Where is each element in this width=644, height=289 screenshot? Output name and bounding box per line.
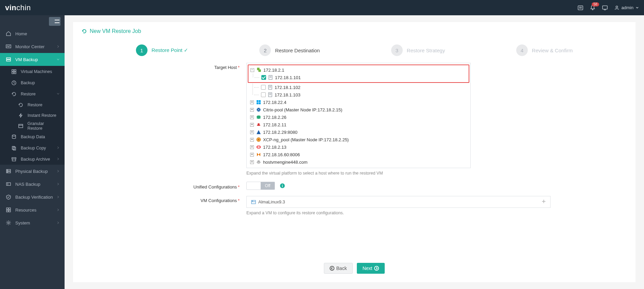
svg-rect-9	[6, 60, 11, 61]
huawei-icon	[256, 114, 261, 120]
tree-expand-icon[interactable]: +	[250, 145, 254, 149]
tree-node-citrix[interactable]: + Citrix-pool (Master Node IP:172.18.2.1…	[249, 106, 468, 113]
tree-node-oracle[interactable]: + 172.18.2.13	[249, 143, 468, 151]
sidebar-item-nas-backup[interactable]: NAS Backup	[0, 178, 65, 191]
next-button[interactable]: Next	[357, 263, 385, 274]
highlighted-selection: − 172.18.2.1 172.18.1.101	[248, 65, 469, 83]
svg-rect-8	[6, 58, 11, 59]
list-icon[interactable]	[577, 5, 584, 11]
host-icon	[267, 92, 273, 97]
main: New VM Restore Job 1 Restore Point ✓ 2 R…	[65, 15, 644, 289]
step-review-confirm[interactable]: 4 Review & Confirm	[516, 44, 573, 56]
user-name: admin	[622, 5, 633, 10]
xcpng-icon	[256, 137, 261, 142]
user-menu[interactable]: admin	[614, 5, 639, 11]
nas-backup-icon	[6, 181, 12, 187]
tree-node-proxmox[interactable]: + 172.18.16.60:8006	[249, 151, 468, 158]
vm-config-row[interactable]: AlmaLinux9.3	[246, 196, 551, 208]
home-icon	[6, 31, 12, 36]
tree-node-windows[interactable]: + 172.18.22.4	[249, 98, 468, 106]
sidebar-item-backup-verification[interactable]: Backup Verification	[0, 191, 65, 203]
sidebar-item-resources[interactable]: Resources	[0, 203, 65, 216]
tree-expand-icon[interactable]: +	[250, 108, 254, 112]
bell-icon[interactable]: 58	[590, 5, 596, 11]
panel: New VM Restore Job 1 Restore Point ✓ 2 R…	[73, 22, 636, 282]
tree-expand-icon[interactable]: +	[250, 123, 254, 127]
tree-node-ovirt[interactable]: + hostvmengine448.com	[249, 158, 468, 166]
sidebar-sub-backup[interactable]: Backup	[0, 77, 65, 88]
label-target-host: Target Host*	[158, 63, 246, 70]
sidebar-item-home[interactable]: Home	[0, 27, 65, 40]
tree-node-redhat[interactable]: + 172.18.2.11	[249, 121, 468, 128]
sidebar-item-vm-backup[interactable]: VM Backup	[0, 53, 65, 66]
tree-expand-icon[interactable]: +	[250, 101, 254, 104]
tree-node-huawei[interactable]: + 172.18.2.26	[249, 113, 468, 121]
sidebar-toggle[interactable]	[0, 15, 65, 27]
sidebar-sub2-granular-restore[interactable]: Granular Restore	[0, 121, 65, 131]
sidebar-item-label: Backup Copy	[21, 146, 46, 150]
svg-rect-31	[9, 210, 11, 212]
gear-icon	[6, 220, 12, 225]
host-icon	[268, 75, 273, 80]
tree-node-azure[interactable]: + 172.18.2.29:8080	[249, 128, 468, 136]
sidebar-item-label: Physical Backup	[15, 169, 48, 174]
svg-point-3	[592, 9, 593, 10]
checkbox-checked[interactable]	[261, 75, 266, 80]
info-icon[interactable]: i	[280, 183, 286, 189]
server-icon	[251, 199, 256, 205]
sidebar-sub-backup-copy[interactable]: Backup Copy	[0, 142, 65, 153]
sidebar-sub-backup-data[interactable]: Backup Data	[0, 131, 65, 142]
tree-node-host-102[interactable]: 172.18.1.102	[249, 84, 468, 91]
logo: vinchin	[5, 3, 31, 12]
tree-node-host-101[interactable]: 172.18.1.101	[250, 74, 467, 81]
sidebar-sub2-restore[interactable]: Restore	[0, 100, 65, 110]
svg-rect-34	[259, 70, 261, 72]
sidebar-item-monitor-center[interactable]: Monitor Center	[0, 40, 65, 53]
back-button[interactable]: Back	[324, 263, 353, 274]
svg-point-61	[252, 201, 253, 201]
proxmox-icon	[256, 152, 261, 157]
step-restore-point[interactable]: 1 Restore Point ✓	[136, 44, 188, 56]
vm-config-help: Expand a VM to configure its restore con…	[246, 211, 551, 215]
svg-rect-0	[578, 6, 583, 10]
tree-expand-icon[interactable]: +	[250, 130, 254, 134]
plus-icon[interactable]	[541, 199, 546, 205]
svg-point-17	[12, 135, 16, 136]
sidebar-item-label: Restore	[28, 103, 42, 107]
svg-rect-11	[14, 70, 16, 71]
vm-backup-icon	[6, 57, 12, 62]
sidebar-item-label: Resources	[15, 207, 36, 213]
sidebar-sub-backup-archive[interactable]: Backup Archive	[0, 153, 65, 165]
checkbox[interactable]	[261, 85, 266, 90]
step-restore-destination[interactable]: 2 Restore Destination	[259, 44, 320, 56]
verification-icon	[6, 194, 12, 200]
sidebar-sub-restore[interactable]: Restore	[0, 88, 65, 100]
tree-node-xcpng[interactable]: + XCP-ng_pool (Master Node IP:172.18.2.2…	[249, 136, 468, 143]
sidebar-item-physical-backup[interactable]: Physical Backup	[0, 165, 65, 178]
tree-expand-icon[interactable]: +	[250, 160, 254, 164]
restore-sub-icon	[18, 102, 24, 108]
check-icon: ✓	[184, 47, 188, 53]
tree-expand-icon[interactable]: +	[250, 115, 254, 119]
sidebar-item-label: Virtual Machines	[21, 69, 52, 74]
tree-collapse-icon[interactable]: −	[250, 68, 254, 72]
sidebar-item-label: System	[15, 220, 30, 225]
svg-rect-4	[603, 6, 607, 9]
svg-rect-21	[12, 159, 16, 161]
sidebar-sub2-instant-restore[interactable]: Instant Restore	[0, 110, 65, 121]
unified-config-toggle[interactable]: Off	[246, 182, 275, 190]
monitor-icon[interactable]	[602, 5, 608, 11]
tree-node-host-103[interactable]: 172.18.1.103	[249, 91, 468, 98]
tree-expand-icon[interactable]: +	[250, 138, 254, 142]
svg-point-65	[375, 266, 379, 270]
host-icon	[267, 85, 273, 90]
step-restore-strategy[interactable]: 3 Restore Strategy	[391, 44, 445, 56]
tree-node-root-vmware[interactable]: − 172.18.2.1	[250, 66, 467, 74]
sidebar-item-system[interactable]: System	[0, 216, 65, 229]
checkbox[interactable]	[261, 92, 266, 97]
physical-backup-icon	[6, 168, 12, 174]
sidebar-sub-virtual-machines[interactable]: Virtual Machines	[0, 66, 65, 77]
footer-buttons: Back Next	[73, 254, 636, 274]
tree-expand-icon[interactable]: +	[250, 153, 254, 157]
svg-rect-44	[257, 100, 259, 102]
